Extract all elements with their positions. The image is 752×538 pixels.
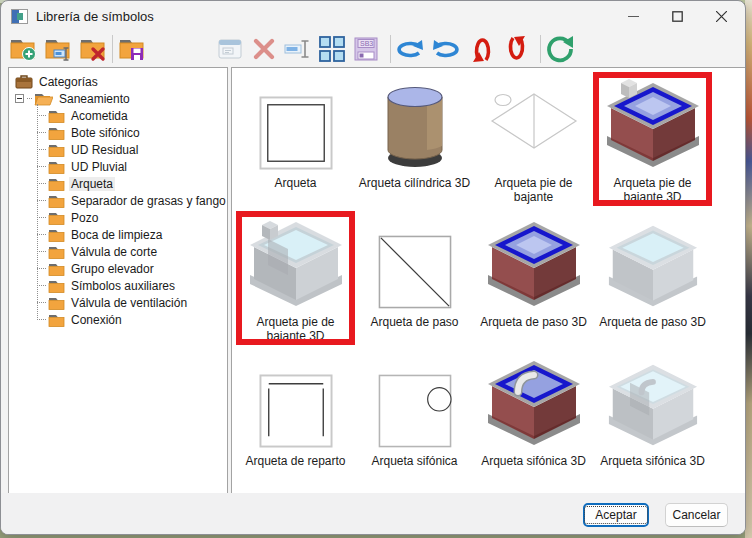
tree-connector — [27, 98, 32, 99]
toolbar-separator — [112, 35, 113, 63]
tree-item-ud-residual[interactable]: UD Residual — [13, 141, 225, 158]
sb3-floppy-icon: SB3 — [352, 35, 380, 63]
rename-symbol-button[interactable] — [282, 33, 314, 65]
plan-square-reparto-icon — [259, 349, 333, 448]
close-button[interactable] — [699, 1, 743, 31]
rotate-left-icon — [395, 37, 425, 61]
rotate-right-button[interactable] — [430, 33, 462, 65]
tree-item-bote-sifonico[interactable]: Bote sifónico — [13, 124, 225, 141]
box3d-gray-pipe-icon — [603, 349, 703, 448]
desktop-background-right — [745, 0, 752, 538]
symbol-arqueta-de-reparto[interactable]: Arqueta de reparto — [236, 349, 355, 488]
symbol-arqueta-de-paso-3d-red[interactable]: Arqueta de paso 3D — [474, 210, 593, 349]
tree-item-simbolos-auxiliares[interactable]: Símbolos auxiliares — [13, 277, 225, 294]
symbol-arqueta-pie-bajante[interactable]: Arqueta pie de bajante — [474, 71, 593, 210]
save-library-button[interactable] — [116, 33, 148, 65]
symbol-arqueta-pie-bajante-3d-gray[interactable]: Arqueta pie de bajante 3D — [236, 210, 355, 349]
window-title: Librería de símbolos — [36, 9, 154, 24]
new-category-button[interactable] — [7, 33, 39, 65]
box3d-gray-icon — [603, 210, 703, 309]
cancel-button-label: Cancelar — [672, 508, 720, 522]
toolbar: SB3 — [1, 31, 745, 67]
tree-item-grupo-elevador[interactable]: Grupo elevador — [13, 260, 225, 277]
folder-rename-icon — [44, 36, 72, 62]
cancel-button[interactable]: Cancelar — [665, 503, 728, 527]
tree-item-ud-pluvial[interactable]: UD Pluvial — [13, 158, 225, 175]
window-controls — [611, 1, 743, 31]
symbol-grid: Arqueta Arqueta cilíndrica 3D — [232, 68, 745, 488]
plan-square-circle-icon — [378, 349, 452, 448]
symbol-arqueta-sifonica-3d-red[interactable]: Arqueta sifónica 3D — [474, 349, 593, 488]
symbol-arqueta-sifonica-3d-gray[interactable]: Arqueta sifónica 3D — [593, 349, 712, 488]
toolbar-separator — [540, 35, 541, 63]
grid-view-icon — [318, 35, 346, 63]
svg-text:SB3: SB3 — [360, 40, 373, 47]
tree-item-pozo[interactable]: Pozo — [13, 209, 225, 226]
folder-delete-icon — [79, 36, 107, 62]
titlebar: Librería de símbolos — [1, 1, 745, 31]
rename-field-icon — [283, 36, 313, 62]
delete-x-icon — [251, 36, 277, 62]
box3d-red-chimney-icon — [601, 71, 705, 170]
plan-square-icon — [259, 71, 333, 170]
accept-button-label: Aceptar — [584, 506, 647, 524]
rotate-vertical-down-icon — [504, 35, 528, 63]
flip-down-button[interactable] — [500, 33, 532, 65]
symbol-arqueta[interactable]: Arqueta — [236, 71, 355, 210]
minimize-button[interactable] — [611, 1, 655, 31]
collapse-icon[interactable] — [15, 94, 24, 103]
refresh-button[interactable] — [544, 33, 576, 65]
rotate-vertical-up-icon — [470, 35, 494, 63]
symbol-properties-button[interactable] — [214, 33, 246, 65]
folder-save-icon — [118, 36, 146, 62]
save-sb3-button[interactable]: SB3 — [350, 33, 382, 65]
rename-category-button[interactable] — [42, 33, 74, 65]
app-icon — [11, 9, 28, 24]
symbol-arqueta-sifonica[interactable]: Arqueta sifónica — [355, 349, 474, 488]
rotate-left-button[interactable] — [394, 33, 426, 65]
refresh-icon — [545, 34, 575, 64]
tree-item-acometida[interactable]: Acometida — [13, 107, 225, 124]
cylinder-3d-icon — [385, 71, 445, 170]
symbol-arqueta-cilindrica-3d[interactable]: Arqueta cilíndrica 3D — [355, 71, 474, 210]
tree-item-separador[interactable]: Separador de grasas y fango — [13, 192, 225, 209]
tree-item-valvula-ventilacion[interactable]: Válvula de ventilación — [13, 294, 225, 311]
tree-group-saneamiento[interactable]: Saneamiento — [13, 90, 225, 107]
folder-add-icon — [9, 36, 37, 62]
accept-button[interactable]: Aceptar — [583, 503, 649, 527]
view-grid-button[interactable] — [316, 33, 348, 65]
box3d-red-icon — [482, 210, 586, 309]
delete-category-button[interactable] — [77, 33, 109, 65]
tree-group-label: Saneamiento — [57, 92, 132, 106]
rotate-right-icon — [431, 37, 461, 61]
tree-children: Acometida Bote sifónico UD Residual UD P… — [13, 107, 225, 328]
tree-item-boca-limpieza[interactable]: Boca de limpieza — [13, 226, 225, 243]
flip-up-button[interactable] — [466, 33, 498, 65]
box3d-red-pipe-icon — [482, 349, 586, 448]
delete-symbol-button[interactable] — [248, 33, 280, 65]
tree-root-label: Categorías — [37, 75, 100, 89]
symbol-library-dialog: Librería de símbolos — [0, 0, 746, 535]
wire-diamond-icon — [488, 71, 580, 170]
tree-item-valvula-corte[interactable]: Válvula de corte — [13, 243, 225, 260]
tree-root-categories[interactable]: Categorías — [13, 73, 225, 90]
symbol-arqueta-de-paso[interactable]: Arqueta de paso — [355, 210, 474, 349]
box3d-gray-chimney-icon — [244, 210, 348, 309]
footer-bar: Aceptar Cancelar — [1, 493, 745, 534]
form-icon — [216, 36, 244, 62]
tree-item-conexion[interactable]: Conexión — [13, 311, 225, 328]
tree-item-arqueta[interactable]: Arqueta — [13, 175, 225, 192]
symbol-arqueta-pie-bajante-3d-red[interactable]: Arqueta pie de bajante 3D — [593, 71, 712, 210]
plan-square-diagonal-icon — [378, 210, 452, 309]
toolbar-separator — [390, 35, 391, 63]
maximize-button[interactable] — [655, 1, 699, 31]
symbol-grid-panel: Arqueta Arqueta cilíndrica 3D — [231, 67, 746, 495]
category-tree-panel: Categorías Saneamiento Acometida — [8, 67, 228, 495]
toolbox-icon — [15, 74, 33, 89]
symbol-arqueta-de-paso-3d-gray[interactable]: Arqueta de paso 3D — [593, 210, 712, 349]
